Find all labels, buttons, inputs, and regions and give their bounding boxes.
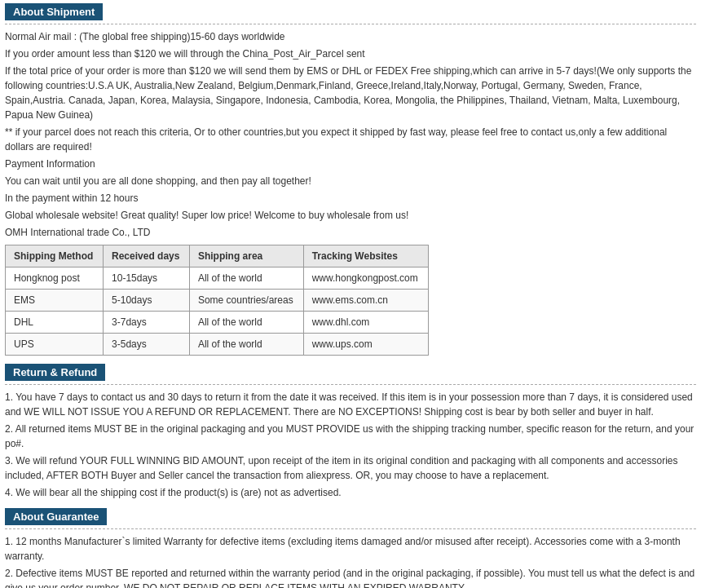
guarantee-section: About Guarantee 1. 12 months Manufacture…: [5, 508, 696, 588]
shipment-header-text: About Shipment: [13, 6, 95, 18]
refund-line-1: 1. You have 7 days to contact us and 30 …: [5, 390, 696, 419]
col-area: Shipping area: [189, 245, 303, 267]
refund-header-text: Return & Refund: [13, 366, 97, 378]
col-tracking: Tracking Websites: [303, 245, 428, 267]
shipping-table-cell: 3-5days: [104, 334, 190, 356]
shipment-line-9: OMH International trade Co., LTD: [5, 225, 696, 240]
shipping-table-cell: Hongknog post: [6, 267, 104, 290]
shipping-table-row: UPS3-5daysAll of the worldwww.ups.com: [6, 334, 429, 356]
shipment-line-5: Payment Information: [5, 157, 696, 171]
guarantee-header: About Guarantee: [5, 508, 107, 525]
shipping-table-cell: EMS: [6, 290, 104, 312]
shipping-table-cell: www.dhl.com: [303, 312, 428, 334]
refund-line-2: 2. All returned items MUST BE in the ori…: [5, 422, 696, 451]
shipping-table-cell: 10-15days: [104, 267, 190, 290]
shipment-line-8: Global wholesale website! Great quality!…: [5, 208, 696, 223]
shipping-table-cell: All of the world: [189, 267, 303, 290]
shipment-divider: [5, 24, 696, 24]
shipping-table: Shipping Method Received days Shipping a…: [5, 245, 429, 356]
shipping-table-cell: www.hongkongpost.com: [303, 267, 428, 290]
shipment-line-1: Normal Air mail : (The global free shipp…: [5, 29, 696, 44]
shipment-header: About Shipment: [5, 3, 103, 20]
col-method: Shipping Method: [6, 245, 104, 267]
shipping-table-header-row: Shipping Method Received days Shipping a…: [6, 245, 429, 267]
shipment-content: Normal Air mail : (The global free shipp…: [5, 29, 696, 356]
shipment-line-6: You can wait until you are all done shop…: [5, 174, 696, 188]
shipping-table-cell: All of the world: [189, 312, 303, 334]
guarantee-content: 1. 12 months Manufacturer`s limited Warr…: [5, 534, 696, 588]
shipment-line-4: ** if your parcel does not reach this cr…: [5, 125, 696, 154]
shipping-table-cell: www.ems.com.cn: [303, 290, 428, 312]
shipment-line-7: In the payment within 12 hours: [5, 191, 696, 206]
shipping-table-row: Hongknog post10-15daysAll of the worldww…: [6, 267, 429, 290]
refund-header: Return & Refund: [5, 364, 105, 381]
refund-section: Return & Refund 1. You have 7 days to co…: [5, 364, 696, 500]
col-received: Received days: [104, 245, 190, 267]
refund-line-4: 4. We will bear all the shipping cost if…: [5, 485, 696, 500]
shipment-line-2: If you order amount less than $120 we wi…: [5, 46, 696, 61]
guarantee-header-text: About Guarantee: [13, 511, 99, 523]
shipping-table-cell: 5-10days: [104, 290, 190, 312]
shipping-table-cell: 3-7days: [104, 312, 190, 334]
guarantee-divider: [5, 528, 696, 529]
shipping-table-cell: Some countries/areas: [189, 290, 303, 312]
shipping-table-cell: www.ups.com: [303, 334, 428, 356]
shipment-line-3: If the total price of your order is more…: [5, 64, 696, 122]
refund-divider: [5, 384, 696, 385]
shipping-table-cell: DHL: [6, 312, 104, 334]
guarantee-line-2: 2. Defective items MUST BE reported and …: [5, 566, 696, 588]
refund-line-3: 3. We will refund YOUR FULL WINNING BID …: [5, 453, 696, 483]
shipping-table-cell: UPS: [6, 334, 104, 356]
refund-content: 1. You have 7 days to contact us and 30 …: [5, 390, 696, 500]
shipping-table-row: DHL3-7daysAll of the worldwww.dhl.com: [6, 312, 429, 334]
guarantee-line-1: 1. 12 months Manufacturer`s limited Warr…: [5, 534, 696, 564]
shipping-table-row: EMS5-10daysSome countries/areaswww.ems.c…: [6, 290, 429, 312]
shipment-section: About Shipment Normal Air mail : (The gl…: [5, 3, 696, 356]
shipping-table-cell: All of the world: [189, 334, 303, 356]
